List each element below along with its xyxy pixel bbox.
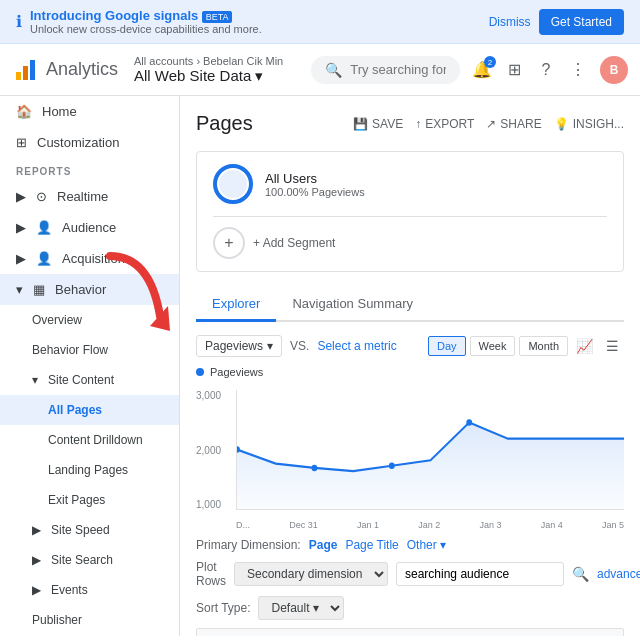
- apps-icon[interactable]: ⊞: [504, 60, 524, 80]
- main-layout: 🏠 Home ⊞ Customization REPORTS ▶ ⊙ Realt…: [0, 96, 640, 636]
- sidebar-item-realtime[interactable]: ▶ ⊙ Realtime: [0, 181, 179, 212]
- x-label-jan5: Jan 5: [602, 520, 624, 530]
- get-started-button[interactable]: Get Started: [539, 9, 624, 35]
- sidebar-item-content-drilldown[interactable]: Content Drilldown: [0, 425, 179, 455]
- sidebar-item-label: Events: [51, 583, 88, 597]
- x-label-jan3: Jan 3: [479, 520, 501, 530]
- google-signals-banner: ℹ Introducing Google signals BETA Unlock…: [0, 0, 640, 44]
- info-icon: ℹ: [16, 12, 22, 31]
- account-name[interactable]: All Web Site Data ▾: [134, 67, 283, 85]
- chart-container: 3,000 2,000 1,000: [196, 390, 624, 530]
- share-button[interactable]: ↗ SHARE: [486, 117, 541, 131]
- sidebar-item-label: Site Speed: [51, 523, 110, 537]
- sidebar-item-label: All Pages: [48, 403, 102, 417]
- sidebar-item-experiments[interactable]: Experiments: [0, 635, 179, 636]
- sidebar-item-acquisition[interactable]: ▶ 👤 Acquisition: [0, 243, 179, 274]
- dimension-other[interactable]: Other ▾: [407, 538, 446, 552]
- sidebar-item-behavior-flow[interactable]: Behavior Flow: [0, 335, 179, 365]
- dismiss-button[interactable]: Dismiss: [489, 15, 531, 29]
- sort-label: Sort Type:: [196, 601, 250, 615]
- sidebar-item-audience[interactable]: ▶ 👤 Audience: [0, 212, 179, 243]
- plot-rows-label: Plot Rows: [196, 560, 226, 588]
- sidebar-item-all-pages[interactable]: All Pages: [0, 395, 179, 425]
- sidebar-item-landing-pages[interactable]: Landing Pages: [0, 455, 179, 485]
- sidebar-item-home[interactable]: 🏠 Home: [0, 96, 179, 127]
- content-header: Pages 💾 SAVE ↑ EXPORT ↗ SHARE 💡 INSIGH..…: [196, 112, 624, 135]
- sidebar-item-events[interactable]: ▶ Events: [0, 575, 179, 605]
- chevron-right-icon: ▶: [32, 553, 41, 567]
- chart-svg-area: [236, 390, 624, 510]
- tab-navigation-summary[interactable]: Navigation Summary: [276, 288, 429, 322]
- legend-dot: [196, 368, 204, 376]
- sidebar-item-label: Audience: [62, 220, 116, 235]
- sidebar-item-behavior[interactable]: ▾ ▦ Behavior: [0, 274, 179, 305]
- table-header: Page ↑ Pageviews ↓ Unique Pageviews Avg.…: [197, 629, 623, 636]
- home-icon: 🏠: [16, 104, 32, 119]
- filter-search-input[interactable]: [396, 562, 564, 586]
- sidebar-item-label: Landing Pages: [48, 463, 128, 477]
- chevron-right-icon: ▶: [32, 583, 41, 597]
- dimension-page[interactable]: Page: [309, 538, 338, 552]
- secondary-dimension-select[interactable]: Secondary dimension: [234, 562, 388, 586]
- advanced-link[interactable]: advanced: [597, 567, 640, 581]
- sidebar-item-label: Realtime: [57, 189, 108, 204]
- add-segment-label: + Add Segment: [253, 236, 335, 250]
- search-icon: 🔍: [325, 62, 342, 78]
- share-icon: ↗: [486, 117, 496, 131]
- select-metric-link[interactable]: Select a metric: [317, 339, 396, 353]
- dimension-row: Primary Dimension: Page Page Title Other…: [196, 538, 624, 552]
- y-label-3000: 3,000: [196, 390, 236, 401]
- logo: Analytics: [12, 56, 118, 84]
- add-segment-button[interactable]: + + Add Segment: [213, 216, 607, 259]
- day-button[interactable]: Day: [428, 336, 466, 356]
- sidebar-item-exit-pages[interactable]: Exit Pages: [0, 485, 179, 515]
- chevron-right-icon: ▶: [16, 251, 26, 266]
- sidebar-item-overview[interactable]: Overview: [0, 305, 179, 335]
- tab-explorer[interactable]: Explorer: [196, 288, 276, 322]
- header-search[interactable]: 🔍: [311, 56, 460, 84]
- search-input[interactable]: [350, 62, 446, 77]
- annotation-icon[interactable]: ☰: [600, 334, 624, 358]
- segment-name: All Users: [265, 171, 365, 186]
- sort-row: Sort Type: Default ▾: [196, 596, 624, 620]
- avatar[interactable]: B: [600, 56, 628, 84]
- filter-row: Plot Rows Secondary dimension 🔍 advanced…: [196, 560, 624, 588]
- chart-x-labels: D... Dec 31 Jan 1 Jan 2 Jan 3 Jan 4 Jan …: [236, 520, 624, 530]
- sidebar-item-site-content[interactable]: ▾ Site Content: [0, 365, 179, 395]
- chevron-right-icon: ▶: [32, 523, 41, 537]
- sidebar-item-publisher[interactable]: Publisher: [0, 605, 179, 635]
- data-table: Page ↑ Pageviews ↓ Unique Pageviews Avg.…: [196, 628, 624, 636]
- chart-y-labels: 3,000 2,000 1,000: [196, 390, 236, 510]
- page-title: Pages: [196, 112, 253, 135]
- filter-search-icon: 🔍: [572, 566, 589, 582]
- pageviews-select[interactable]: Pageviews ▾: [196, 335, 282, 357]
- customization-icon: ⊞: [16, 135, 27, 150]
- sidebar-item-label: Behavior: [55, 282, 106, 297]
- save-button[interactable]: 💾 SAVE: [353, 117, 403, 131]
- chart-controls: Pageviews ▾ VS. Select a metric Day Week…: [196, 334, 624, 358]
- x-label-jan4: Jan 4: [541, 520, 563, 530]
- chart-type-icon[interactable]: 📈: [572, 334, 596, 358]
- notification-icon[interactable]: 🔔 2: [472, 60, 492, 79]
- header: Analytics All accounts › Bebelan Cik Min…: [0, 44, 640, 96]
- sidebar-item-customization[interactable]: ⊞ Customization: [0, 127, 179, 158]
- export-button[interactable]: ↑ EXPORT: [415, 117, 474, 131]
- pageviews-label: Pageviews: [205, 339, 263, 353]
- sidebar-item-site-search[interactable]: ▶ Site Search: [0, 545, 179, 575]
- time-buttons: Day Week Month 📈 ☰: [428, 334, 624, 358]
- month-button[interactable]: Month: [519, 336, 568, 356]
- sidebar-item-site-speed[interactable]: ▶ Site Speed: [0, 515, 179, 545]
- week-button[interactable]: Week: [470, 336, 516, 356]
- chevron-down-icon: ▾: [16, 282, 23, 297]
- analytics-logo-icon: [12, 56, 40, 84]
- save-icon: 💾: [353, 117, 368, 131]
- chevron-down-icon: ▾: [267, 339, 273, 353]
- insights-button[interactable]: 💡 INSIGH...: [554, 117, 624, 131]
- sort-select[interactable]: Default ▾: [258, 596, 344, 620]
- dimension-page-title[interactable]: Page Title: [345, 538, 398, 552]
- more-icon[interactable]: ⋮: [568, 60, 588, 80]
- x-label-jan2: Jan 2: [418, 520, 440, 530]
- banner-right: Dismiss Get Started: [489, 9, 624, 35]
- help-icon[interactable]: ?: [536, 60, 556, 80]
- vs-text: VS.: [290, 339, 309, 353]
